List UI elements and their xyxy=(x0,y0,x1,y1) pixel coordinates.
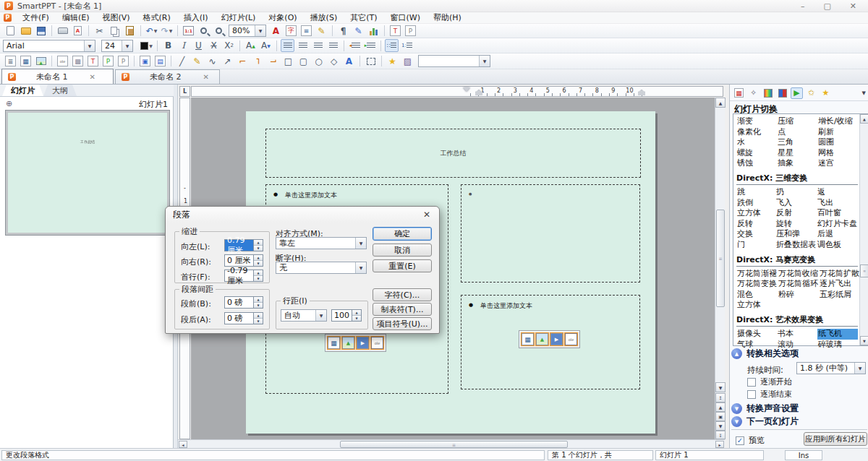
strikethrough-icon[interactable]: X xyxy=(207,39,221,52)
transition-effect-item[interactable]: 螺旋 xyxy=(736,148,777,159)
superscript-icon[interactable]: X2 xyxy=(222,39,236,52)
insert-media-icon[interactable]: ▶ xyxy=(550,333,563,345)
transition-effect-item[interactable]: 立方体 xyxy=(736,300,778,311)
transition-effect-item[interactable]: 逐片飞出 xyxy=(819,279,860,290)
polygon-tool-icon[interactable] xyxy=(327,55,341,68)
next-slide-header[interactable]: ▼ 下一页幻灯片 xyxy=(731,415,799,428)
transition-effect-item[interactable]: 星星 xyxy=(777,148,817,159)
tab-slides[interactable]: 幻灯片 xyxy=(2,85,43,96)
transition-effect-item[interactable]: 调色板 xyxy=(817,240,858,251)
menu-item[interactable]: 文件(F) xyxy=(16,12,56,23)
zoom-100-icon[interactable]: 1:1 xyxy=(182,25,195,38)
grow-font-icon[interactable]: A▲ xyxy=(244,39,258,52)
indent-right-field[interactable]: 0 厘米 ▲▼ xyxy=(224,254,263,267)
expand-icon[interactable]: ▼ xyxy=(731,416,742,427)
ok-button[interactable]: 确定 xyxy=(373,227,432,241)
menu-item[interactable]: 窗口(W) xyxy=(384,12,427,23)
underline-icon[interactable]: U xyxy=(192,39,205,52)
transition-effect-item[interactable]: 折叠数据表 xyxy=(775,240,817,251)
transition-effect-item[interactable]: 点 xyxy=(777,127,817,138)
numbered-list-icon[interactable]: 1: xyxy=(400,39,414,52)
dialog-title-bar[interactable]: 段落 ✕ xyxy=(166,207,439,223)
gradual-end-option[interactable]: 逐渐结束 xyxy=(747,389,792,400)
open-file-icon[interactable] xyxy=(19,25,33,38)
spinner[interactable]: ▲▼ xyxy=(254,312,263,324)
transition-effect-item[interactable]: 摄像头 xyxy=(736,329,777,340)
line-spacing-value-field[interactable]: 100 ▲▼ xyxy=(331,309,362,322)
insert-media-icon[interactable]: ▶ xyxy=(357,337,369,349)
italic-icon[interactable]: I xyxy=(176,39,190,52)
menu-item[interactable]: 播放(S) xyxy=(304,12,344,23)
first-line-indent-marker[interactable] xyxy=(463,87,470,95)
transition-effect-item[interactable]: 渐变 xyxy=(736,116,777,127)
format-painter-icon[interactable] xyxy=(315,25,328,38)
font-dialog-icon[interactable]: 字 xyxy=(284,25,298,38)
print-icon[interactable] xyxy=(56,25,69,38)
transition-effect-item[interactable]: 万花筒循环 xyxy=(778,279,819,290)
insert-ppt2-icon[interactable]: P xyxy=(116,55,130,68)
scrollbar-thumb[interactable]: ≡ xyxy=(340,441,568,448)
spellcheck-icon[interactable] xyxy=(352,25,365,38)
transition-effect-item[interactable]: 幻灯片卡盘 xyxy=(817,219,858,230)
panel-animation-icon[interactable] xyxy=(791,87,803,99)
export-pdf-icon[interactable]: A xyxy=(71,25,85,38)
close-button[interactable]: ✕ xyxy=(850,1,856,11)
reset-button[interactable]: 重置(E) xyxy=(373,259,432,272)
save-icon[interactable] xyxy=(34,25,48,38)
font-color-icon[interactable]: A xyxy=(269,25,283,38)
line-tool-icon[interactable] xyxy=(175,55,189,68)
transition-effect-item[interactable]: 万花筒收缩 xyxy=(778,269,819,280)
checkbox-checked-icon[interactable]: ✓ xyxy=(736,436,744,445)
transition-effect-item[interactable]: 刷新 xyxy=(817,127,858,138)
doc-tab-close-icon[interactable]: ✕ xyxy=(90,73,95,81)
transition-effect-item[interactable]: 万花筒扩散 xyxy=(819,269,860,280)
transition-effect-item[interactable]: 万花筒变换 xyxy=(736,279,778,290)
transition-effect-item[interactable]: 旋转 xyxy=(775,219,817,230)
preview-option[interactable]: ✓ 预览 xyxy=(736,435,765,446)
spinner[interactable]: ▲▼ xyxy=(254,254,263,267)
insert-ole-icon[interactable]: ole xyxy=(56,55,69,68)
expand-icon[interactable]: ▼ xyxy=(731,403,742,414)
panel-favorites-icon[interactable] xyxy=(820,87,832,99)
first-slide-icon[interactable]: ↥ xyxy=(715,393,726,402)
menu-item[interactable]: 插入(I) xyxy=(177,12,215,23)
shape-style-combo[interactable]: ▼ xyxy=(418,55,490,67)
font-name-combo[interactable]: Arial▼ xyxy=(3,40,95,52)
scroll-down-icon[interactable]: ▼ xyxy=(860,336,868,345)
spinner[interactable]: ▲▼ xyxy=(254,239,263,251)
insert-title-icon[interactable]: T xyxy=(86,55,100,68)
scrollbar-thumb[interactable]: ≡ xyxy=(860,264,868,277)
cut-icon[interactable] xyxy=(93,25,106,38)
tabs-button[interactable]: 制表符(T)... xyxy=(373,303,432,316)
menu-item[interactable]: 幻灯片(L) xyxy=(215,12,263,23)
transition-effect-item[interactable]: 增长/收缩 xyxy=(817,116,858,127)
checkbox-icon[interactable] xyxy=(747,378,756,387)
insert-picture-icon[interactable]: ▲ xyxy=(342,337,354,349)
menu-item[interactable]: 对象(O) xyxy=(262,12,303,23)
paragraph-dialog-icon[interactable]: ≡ xyxy=(299,25,313,38)
zoom-in-icon[interactable] xyxy=(197,25,210,38)
chart-icon[interactable] xyxy=(367,25,380,38)
transition-effect-item[interactable]: 水 xyxy=(736,137,777,148)
transition-effect-item[interactable]: 反转 xyxy=(736,219,775,230)
transition-effect-item[interactable]: 后退 xyxy=(817,229,858,240)
zoom-tool-icon[interactable] xyxy=(212,25,226,38)
transition-effect-item[interactable]: 立方体 xyxy=(736,208,775,219)
insert-table-icon[interactable] xyxy=(522,333,534,345)
transition-effect-item[interactable]: 压和弹 xyxy=(775,229,817,240)
last-slide-icon[interactable]: ↧ xyxy=(715,431,726,439)
slide-sorter-icon[interactable]: ▣ xyxy=(715,412,726,421)
tab-outline[interactable]: 大纲 xyxy=(43,85,77,96)
transition-effect-item[interactable]: 飞出 xyxy=(817,198,858,209)
transition-effect-item[interactable]: 五彩纸屑 xyxy=(819,290,860,301)
zoom-level-combo[interactable]: 80%▼ xyxy=(229,25,266,37)
transition-effect-item[interactable]: 书本 xyxy=(777,329,817,340)
checkbox-icon[interactable] xyxy=(747,390,756,399)
panel-transition-icon[interactable] xyxy=(733,87,745,99)
vertical-scrollbar[interactable]: ▲ ≡ ▼ ↥ ▲ ▣ ▼ ↧ xyxy=(715,98,725,439)
cancel-button[interactable]: 取消 xyxy=(373,244,432,257)
transition-effect-item[interactable]: 门 xyxy=(736,240,775,251)
spinner[interactable]: ▲▼ xyxy=(254,270,263,282)
align-center-icon[interactable] xyxy=(296,39,310,52)
ellipse-tool-icon[interactable] xyxy=(312,55,326,68)
